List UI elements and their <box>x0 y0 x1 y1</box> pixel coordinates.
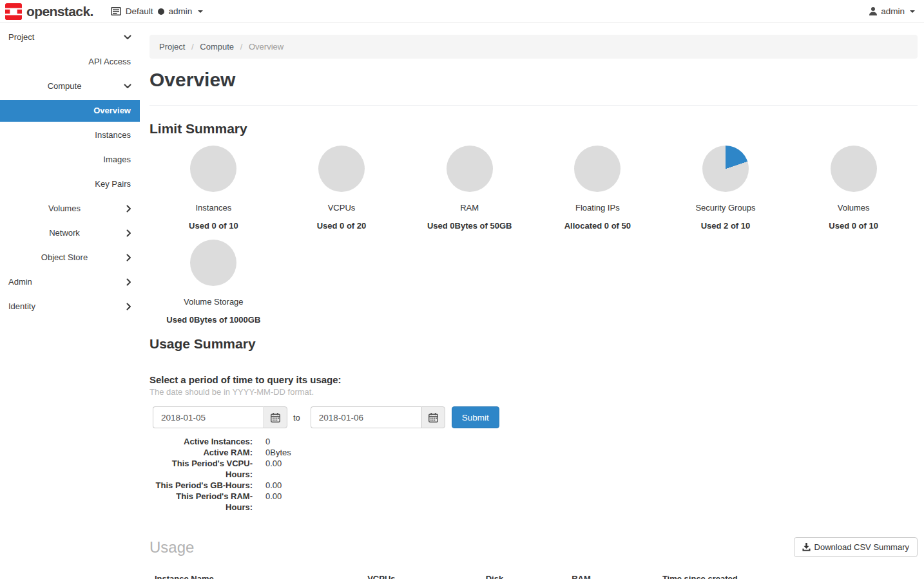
panel-list-icon <box>111 7 121 15</box>
column-ram: RAM <box>566 568 657 579</box>
stat-row: Active Instances: 0 <box>149 436 918 447</box>
openstack-brand[interactable]: openstack. <box>5 3 93 20</box>
chevron-down-icon <box>124 84 131 89</box>
usage-table-title: Usage <box>149 538 194 556</box>
sidebar-item-volumes[interactable]: Volumes <box>0 196 140 221</box>
pie-label: Volumes <box>789 203 918 213</box>
start-date-input[interactable] <box>153 406 264 428</box>
pie-caption: Used 0 of 20 <box>278 221 406 231</box>
brand-name: openstack. <box>26 4 93 19</box>
usage-summary-title: Usage Summary <box>149 336 918 352</box>
column-vcpus: VCPUs <box>362 568 481 579</box>
user-menu-dropdown[interactable]: admin <box>869 6 915 16</box>
sidebar-item-label: Admin <box>8 277 32 287</box>
start-date-calendar-button[interactable] <box>264 406 287 428</box>
sidebar-item-label: Compute <box>48 81 82 91</box>
breadcrumb-active: Overview <box>249 42 284 52</box>
breadcrumb-project[interactable]: Project <box>159 42 185 52</box>
usage-table-header-row: Instance Name VCPUs Disk RAM Time since … <box>149 568 918 579</box>
project-context-switcher[interactable]: Default admin <box>111 6 204 16</box>
limit-chart-instances: Instances Used 0 of 10 <box>149 137 278 231</box>
chevron-right-icon <box>126 229 131 237</box>
pie-chart-ram <box>447 146 493 192</box>
breadcrumb-separator: / <box>240 42 243 52</box>
stat-label: This Period's VCPU-Hours: <box>149 458 253 480</box>
limit-chart-floating-ips: Floating IPs Allocated 0 of 50 <box>534 137 662 231</box>
sidebar-item-label: Volumes <box>48 204 81 213</box>
stat-value: 0.00 <box>265 491 282 513</box>
pie-chart-security-groups <box>702 146 749 192</box>
user-icon <box>869 7 877 15</box>
date-range-form: to <box>153 406 918 428</box>
pie-label: Security Groups <box>662 203 790 213</box>
column-disk: Disk <box>481 568 567 579</box>
usage-stats: Active Instances: 0 Active RAM: 0Bytes T… <box>149 436 918 513</box>
period-form-help: The date should be in YYYY-MM-DD format. <box>149 387 918 397</box>
openstack-logo-icon <box>5 3 22 20</box>
pie-label: Floating IPs <box>534 203 662 213</box>
top-navbar: openstack. Default admin <box>0 0 924 23</box>
pie-label: Instances <box>149 203 278 213</box>
chevron-right-icon <box>126 278 131 286</box>
stat-row: This Period's RAM-Hours: 0.00 <box>149 491 918 513</box>
sidebar-item-label: Project <box>8 32 34 42</box>
limit-chart-vcpus: VCPUs Used 0 of 20 <box>278 137 406 231</box>
breadcrumb-compute[interactable]: Compute <box>200 42 234 52</box>
pie-caption: Used 0 of 10 <box>789 221 918 231</box>
context-separator-dot <box>158 8 164 15</box>
sidebar-item-label: Network <box>49 228 80 238</box>
sidebar-item-images[interactable]: Images <box>0 147 140 172</box>
sidebar-item-label: Identity <box>8 301 35 311</box>
user-name-label: admin <box>881 6 905 16</box>
usage-table-header: Usage Download CSV Summary <box>149 537 918 557</box>
end-date-calendar-button[interactable] <box>421 406 445 428</box>
stat-value: 0.00 <box>265 480 282 491</box>
stat-value: 0 <box>265 436 270 447</box>
pie-caption: Used 0Bytes of 50GB <box>405 221 534 231</box>
pie-caption: Used 2 of 10 <box>662 221 790 231</box>
title-divider <box>149 105 918 106</box>
sidebar-item-api-access[interactable]: API Access <box>0 50 140 74</box>
stat-label: Active Instances: <box>149 436 253 447</box>
pie-chart-instances <box>190 146 236 192</box>
stat-label: This Period's GB-Hours: <box>149 480 253 491</box>
sidebar-item-compute[interactable]: Compute <box>0 74 140 99</box>
pie-caption: Used 0Bytes of 1000GB <box>149 315 278 325</box>
sidebar-item-label: Instances <box>95 130 131 140</box>
caret-down-icon <box>910 10 915 13</box>
column-instance-name: Instance Name <box>149 568 362 579</box>
pie-caption: Used 0 of 10 <box>149 221 278 231</box>
sidebar-item-network[interactable]: Network <box>0 221 140 245</box>
pie-label: VCPUs <box>278 203 406 213</box>
sidebar-item-admin[interactable]: Admin <box>0 270 140 294</box>
sidebar-item-label: Overview <box>93 106 131 115</box>
sidebar-item-object-store[interactable]: Object Store <box>0 245 140 270</box>
sidebar-item-overview[interactable]: Overview <box>0 100 140 122</box>
pie-chart-vcpus <box>318 146 365 192</box>
download-icon <box>802 543 811 551</box>
sidebar-item-key-pairs[interactable]: Key Pairs <box>0 172 140 196</box>
stat-row: This Period's VCPU-Hours: 0.00 <box>149 458 918 480</box>
stat-value: 0.00 <box>265 458 282 480</box>
pie-label: RAM <box>405 203 534 213</box>
limit-chart-ram: RAM Used 0Bytes of 50GB <box>405 137 534 231</box>
main-content: Project / Compute / Overview Overview Li… <box>140 23 924 579</box>
end-date-input[interactable] <box>311 406 421 428</box>
limit-chart-volume-storage: Volume Storage Used 0Bytes of 1000GB <box>149 231 278 325</box>
sidebar-item-instances[interactable]: Instances <box>0 123 140 147</box>
limit-chart-volumes: Volumes Used 0 of 10 <box>789 137 918 231</box>
breadcrumb-separator: / <box>191 42 194 52</box>
download-csv-button[interactable]: Download CSV Summary <box>794 537 918 557</box>
sidebar-item-identity[interactable]: Identity <box>0 294 140 319</box>
pie-chart-floating-ips <box>574 146 621 192</box>
limit-chart-security-groups: Security Groups Used 2 of 10 <box>662 137 790 231</box>
stat-row: Active RAM: 0Bytes <box>149 447 918 458</box>
limit-summary-title: Limit Summary <box>149 121 918 137</box>
chevron-down-icon <box>124 35 131 40</box>
calendar-icon <box>428 413 438 422</box>
limit-summary-charts-row-2: Volume Storage Used 0Bytes of 1000GB <box>149 231 918 325</box>
sidebar-item-project[interactable]: Project <box>0 25 140 50</box>
sidebar-item-label: Images <box>103 155 131 164</box>
stat-row: This Period's GB-Hours: 0.00 <box>149 480 918 491</box>
submit-button[interactable]: Submit <box>452 406 499 428</box>
